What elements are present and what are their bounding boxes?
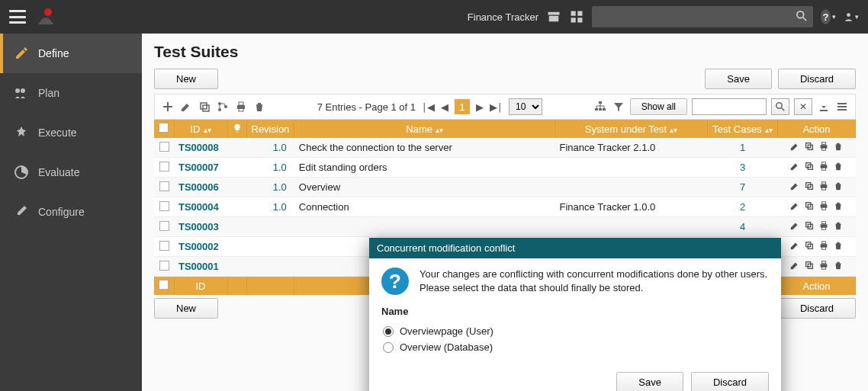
col-system[interactable]: System under Test▴▾ [555,120,708,138]
row-id[interactable]: TS00006 [174,178,227,197]
add-icon[interactable] [161,100,175,114]
filter-input[interactable] [692,98,767,115]
row-id[interactable]: TS00003 [174,217,227,237]
row-print-icon[interactable] [818,161,829,174]
clear-filter-icon[interactable]: ✕ [794,98,812,115]
row-delete-icon[interactable] [833,141,844,154]
row-delete-icon[interactable] [833,260,844,273]
page-size-select[interactable]: 10 [509,98,542,115]
row-edit-icon[interactable] [789,220,800,233]
row-id[interactable]: TS00001 [174,257,227,277]
archive-icon[interactable] [546,9,561,24]
menu-toggle-icon[interactable] [9,10,26,24]
row-edit-icon[interactable] [789,200,800,213]
row-copy-icon[interactable] [804,141,815,154]
row-checkbox[interactable] [154,158,174,178]
save-button[interactable]: Save [705,69,772,89]
col-checkbox[interactable] [154,120,174,138]
modal-save-button[interactable]: Save [616,372,683,391]
last-page-icon[interactable]: ▶∣ [490,101,503,113]
row-delete-icon[interactable] [833,240,844,253]
row-testcases[interactable]: 3 [708,158,778,178]
row-copy-icon[interactable] [804,181,815,194]
row-copy-icon[interactable] [804,161,815,174]
col-id[interactable]: ID▴▾ [174,120,227,138]
global-search[interactable] [592,6,813,27]
row-print-icon[interactable] [818,141,829,154]
row-checkbox[interactable] [154,217,174,237]
row-edit-icon[interactable] [789,161,800,174]
sidebar-item-define[interactable]: Define [0,34,142,73]
row-checkbox[interactable] [154,237,174,257]
row-delete-icon[interactable] [833,220,844,233]
row-checkbox[interactable] [154,197,174,217]
global-search-input[interactable] [598,11,796,23]
row-delete-icon[interactable] [833,161,844,174]
grid-icon[interactable] [569,9,584,24]
new-button[interactable]: New [154,69,218,89]
sidebar-item-execute[interactable]: Execute [0,113,142,152]
row-testcases[interactable]: 4 [708,217,778,237]
first-page-icon[interactable]: ∣◀ [422,101,435,113]
row-copy-icon[interactable] [804,220,815,233]
delete-icon[interactable] [252,100,266,114]
row-id[interactable]: TS00002 [174,237,227,257]
export-icon[interactable] [817,100,831,114]
discard-button[interactable]: Discard [778,69,856,89]
new-button-bottom[interactable]: New [154,298,218,319]
row-edit-icon[interactable] [789,141,800,154]
help-icon[interactable]: ?▾ [821,9,836,24]
row-checkbox[interactable] [154,257,174,277]
sidebar-item-evaluate[interactable]: Evaluate [0,152,142,192]
row-copy-icon[interactable] [804,240,815,253]
table-row[interactable]: TS00004 1.0 Connection Finance Tracker 1… [154,197,856,217]
radio-option-database[interactable]: Overview (Database) [381,339,769,355]
branch-icon[interactable] [216,100,230,114]
row-edit-icon[interactable] [789,181,800,194]
discard-button-bottom[interactable]: Discard [778,298,856,319]
radio-option-user[interactable]: Overviewpage (User) [381,323,769,339]
modal-discard-button[interactable]: Discard [691,372,769,391]
next-page-icon[interactable]: ▶ [476,101,484,113]
copy-icon[interactable] [198,100,211,114]
table-row[interactable]: TS00007 1.0 Edit standing orders 3 [154,158,856,178]
row-copy-icon[interactable] [804,200,815,213]
edit-icon[interactable] [179,100,193,114]
radio-icon[interactable] [383,342,394,353]
row-copy-icon[interactable] [804,260,815,273]
col-revision[interactable]: Revision [246,120,294,138]
row-testcases[interactable]: 2 [708,197,778,217]
filter-icon[interactable] [612,100,625,114]
row-checkbox[interactable] [154,138,174,158]
row-print-icon[interactable] [818,181,829,194]
show-all-button[interactable]: Show all [630,98,687,115]
radio-icon[interactable] [383,326,394,337]
sidebar-item-configure[interactable]: Configure [0,192,142,232]
row-testcases[interactable]: 7 [708,178,778,197]
tree-icon[interactable] [593,100,607,114]
row-edit-icon[interactable] [789,260,800,273]
col-bulb[interactable] [227,120,246,138]
search-filter-icon[interactable] [771,98,789,115]
row-print-icon[interactable] [818,200,829,213]
row-id[interactable]: TS00008 [174,138,227,158]
current-page[interactable]: 1 [455,99,470,114]
prev-page-icon[interactable]: ◀ [441,101,448,113]
table-row[interactable]: TS00008 1.0 Check the connection to the … [154,138,856,158]
row-checkbox[interactable] [154,178,174,197]
sidebar-item-plan[interactable]: Plan [0,73,142,113]
table-row[interactable]: TS00003 4 [154,217,856,237]
row-print-icon[interactable] [818,260,829,273]
row-delete-icon[interactable] [833,200,844,213]
row-print-icon[interactable] [818,240,829,253]
row-id[interactable]: TS00007 [174,158,227,178]
footer-checkbox[interactable] [154,277,174,296]
col-name[interactable]: Name▴▾ [294,120,555,138]
row-delete-icon[interactable] [833,181,844,194]
user-menu-icon[interactable]: ▾ [844,9,859,24]
row-testcases[interactable]: 1 [708,138,778,158]
list-menu-icon[interactable] [835,100,849,114]
row-print-icon[interactable] [818,220,829,233]
table-row[interactable]: TS00006 1.0 Overview 7 [154,178,856,197]
row-id[interactable]: TS00004 [174,197,227,217]
